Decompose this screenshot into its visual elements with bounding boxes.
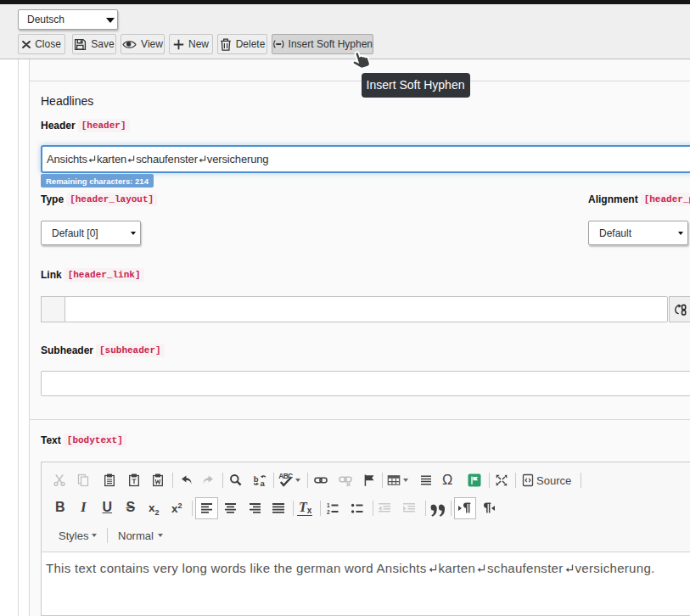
svg-text:1: 1 <box>327 502 330 508</box>
svg-text:b: b <box>254 474 259 484</box>
svg-text:a: a <box>261 479 266 487</box>
svg-text:2: 2 <box>327 509 330 515</box>
